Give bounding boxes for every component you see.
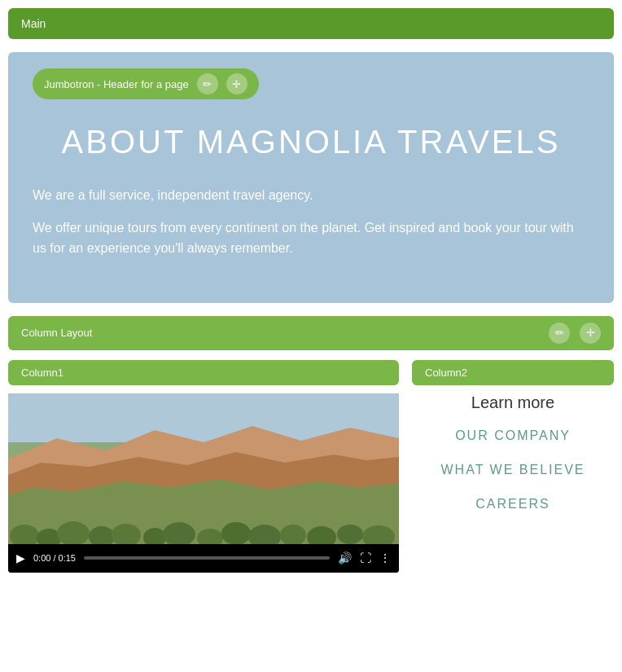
more-button[interactable]: ⋮ [379,551,391,564]
column2: Column2 Learn more OUR COMPANY WHAT WE B… [412,360,614,531]
col2-label-bar: Column2 [412,360,614,385]
edit-icon: ✏ [555,327,564,339]
col1-label-bar: Column1 [8,360,399,385]
video-container: ▶ 0:00 / 0:15 🔊 ⛶ ⋮ [8,393,399,573]
col1-label: Column1 [21,367,64,379]
learn-more-title: Learn more [412,393,614,412]
jumbotron: Jumbotron - Header for a page ✏ ✛ ABOUT … [8,52,614,303]
column-layout-label: Column Layout [21,327,539,339]
our-company-link[interactable]: OUR COMPANY [412,428,614,443]
svg-point-17 [337,525,363,544]
column-layout-move-button[interactable]: ✛ [580,323,601,344]
column-layout-edit-button[interactable]: ✏ [549,323,570,344]
time-display: 0:00 / 0:15 [33,553,76,563]
volume-button[interactable]: 🔊 [338,551,352,564]
what-we-believe-link[interactable]: WHAT WE BELIEVE [412,463,614,477]
col2-label: Column2 [425,367,467,379]
more-icon: ⋮ [379,551,391,564]
column1: Column1 [8,360,399,573]
careers-link[interactable]: CAREERS [412,497,614,512]
main-bar-label: Main [21,17,46,30]
video-thumbnail-svg [8,393,399,544]
video-controls: ▶ 0:00 / 0:15 🔊 ⛶ ⋮ [8,544,399,573]
progress-bar[interactable] [84,556,330,560]
jumbotron-paragraph1: We are a full service, independent trave… [33,185,589,206]
outer-wrapper: Main Jumbotron - Header for a page ✏ ✛ A… [0,0,622,672]
jumbotron-move-button[interactable]: ✛ [226,73,247,94]
jumbotron-label-bar: Jumbotron - Header for a page ✏ ✛ [33,68,259,99]
main-bar: Main [8,8,614,39]
column-layout-bar: Column Layout ✏ ✛ [8,316,614,350]
fullscreen-icon: ⛶ [360,551,371,564]
jumbotron-label-text: Jumbotron - Header for a page [44,78,189,90]
play-icon: ▶ [16,551,25,564]
jumbotron-title: ABOUT MAGNOLIA TRAVELS [33,124,589,160]
jumbotron-edit-button[interactable]: ✏ [197,73,218,94]
move-icon: ✛ [586,327,595,339]
move-icon: ✛ [232,78,241,90]
jumbotron-paragraph2: We offer unique tours from every contine… [33,217,589,259]
edit-icon: ✏ [203,78,212,90]
play-button[interactable]: ▶ [16,551,25,564]
fullscreen-button[interactable]: ⛶ [360,551,371,564]
video-thumbnail [8,393,399,544]
volume-icon: 🔊 [338,551,352,564]
svg-point-13 [221,522,251,544]
two-column-layout: Column1 [8,360,614,573]
